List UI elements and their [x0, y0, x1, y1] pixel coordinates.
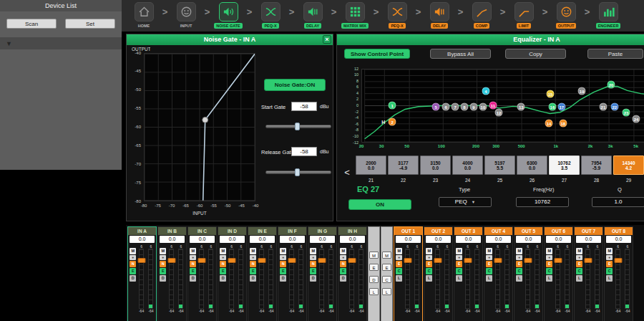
- channel-fader[interactable]: [139, 249, 144, 309]
- master-button-e[interactable]: E: [369, 264, 379, 271]
- channel-button-e[interactable]: E: [576, 261, 582, 267]
- eq-point-1[interactable]: 1: [389, 102, 396, 110]
- scan-button[interactable]: Scan: [6, 19, 57, 29]
- channel-button-c[interactable]: C: [396, 268, 402, 274]
- channel-button-m[interactable]: M: [516, 248, 522, 254]
- start-gate-value[interactable]: -58: [291, 102, 317, 111]
- fader-handle[interactable]: [137, 258, 145, 263]
- channel-button-d[interactable]: D: [220, 275, 226, 282]
- fader-handle[interactable]: [228, 258, 235, 263]
- channel-button-e[interactable]: E: [280, 268, 286, 274]
- eq-point-16[interactable]: 16: [548, 102, 556, 110]
- eq-band-21[interactable]: 20000.021: [356, 155, 386, 183]
- channel-button-e[interactable]: E: [516, 261, 522, 267]
- close-icon[interactable]: ×: [323, 35, 331, 44]
- channel-button-e[interactable]: E: [486, 261, 492, 267]
- channel-button-c[interactable]: C: [576, 268, 582, 274]
- channel-fader[interactable]: [349, 249, 354, 309]
- q-field[interactable]: 1.0: [592, 197, 644, 207]
- fader-handle[interactable]: [524, 258, 532, 263]
- eq-point-7[interactable]: 7: [452, 102, 459, 110]
- channel-button-e[interactable]: E: [220, 268, 226, 274]
- fader-handle[interactable]: [434, 258, 441, 263]
- eq-band-23[interactable]: 31500.023: [420, 155, 451, 183]
- channel-button-m[interactable]: M: [456, 248, 462, 254]
- channel-gain-value[interactable]: 0.0: [456, 236, 481, 243]
- channel-button-e[interactable]: E: [250, 268, 256, 274]
- master-button-m[interactable]: M: [382, 251, 391, 259]
- channel-button-plus[interactable]: +: [160, 255, 166, 260]
- toolbar-item-peq-x[interactable]: PEQ-X: [381, 2, 414, 29]
- master-button-c[interactable]: C: [382, 276, 391, 283]
- fader-handle[interactable]: [464, 258, 472, 263]
- channel-button-n[interactable]: N: [250, 261, 256, 267]
- channel-button-c[interactable]: C: [516, 268, 522, 274]
- channel-gain-value[interactable]: 0.0: [426, 236, 451, 243]
- fader-handle[interactable]: [197, 258, 205, 263]
- channel-button-d[interactable]: D: [280, 275, 286, 282]
- channel-gain-value[interactable]: 0.0: [130, 236, 155, 243]
- toolbar-item-engineer[interactable]: ENGINEER: [592, 2, 625, 29]
- channel-button-plus[interactable]: +: [546, 255, 552, 260]
- channel-gain-value[interactable]: 0.0: [546, 236, 571, 243]
- eq-point-17[interactable]: 17: [557, 102, 565, 110]
- release-gate-value[interactable]: -58: [291, 147, 317, 156]
- fader-handle[interactable]: [167, 258, 175, 263]
- copy-button[interactable]: Copy: [505, 49, 566, 59]
- fader-handle[interactable]: [614, 258, 622, 263]
- release-gate-slider[interactable]: [265, 171, 331, 174]
- eq-band-25[interactable]: 51975.525: [484, 155, 515, 183]
- channel-gain-value[interactable]: 0.0: [340, 236, 365, 243]
- eq-point-18[interactable]: 18: [559, 120, 567, 128]
- toolbar-item-limit[interactable]: LIMIT: [507, 2, 540, 29]
- noise-gate-on-button[interactable]: Noise Gate:ON: [264, 79, 326, 91]
- start-gate-slider[interactable]: [265, 125, 331, 128]
- toolbar-item-input[interactable]: INPUT: [170, 2, 203, 29]
- channel-gain-value[interactable]: 0.0: [250, 236, 275, 243]
- channel-gain-value[interactable]: 0.0: [606, 236, 631, 243]
- fader-handle[interactable]: [318, 258, 326, 263]
- channel-button-c[interactable]: C: [456, 268, 462, 274]
- channel-fader[interactable]: [435, 249, 440, 309]
- channel-button-m[interactable]: M: [190, 248, 196, 254]
- eq-point-12[interactable]: 12: [495, 109, 503, 117]
- eq-on-button[interactable]: ON: [348, 199, 411, 210]
- channel-button-m[interactable]: M: [606, 248, 613, 254]
- toolbar-item-matrix-mix[interactable]: MATRIX MIX: [338, 2, 371, 29]
- master-button-l[interactable]: L: [382, 288, 391, 295]
- channel-button-m[interactable]: M: [280, 248, 286, 254]
- channel-gain-value[interactable]: 0.0: [310, 236, 335, 243]
- eq-point-4[interactable]: 4: [482, 87, 489, 95]
- eq-band-26[interactable]: 63000.026: [517, 155, 547, 183]
- channel-button-plus[interactable]: +: [516, 255, 522, 260]
- channel-button-n[interactable]: N: [160, 261, 166, 267]
- channel-button-plus[interactable]: +: [486, 255, 492, 260]
- eq-band-29[interactable]: 143404.229: [613, 155, 644, 183]
- channel-button-m[interactable]: M: [426, 248, 432, 254]
- toolbar-item-delay[interactable]: DELAY: [296, 2, 329, 29]
- eq-point-9[interactable]: 9: [470, 102, 478, 110]
- eq-point-19[interactable]: 19: [578, 87, 586, 95]
- channel-button-plus[interactable]: +: [220, 255, 226, 260]
- channel-button-c[interactable]: C: [426, 268, 432, 274]
- channel-button-e[interactable]: E: [160, 268, 166, 274]
- channel-gain-value[interactable]: 0.0: [190, 236, 215, 243]
- channel-gain-value[interactable]: 0.0: [396, 236, 421, 243]
- channel-button-m[interactable]: M: [396, 248, 402, 254]
- channel-fader[interactable]: [525, 249, 530, 309]
- channel-button-l[interactable]: L: [456, 275, 462, 282]
- channel-button-e[interactable]: E: [130, 268, 136, 274]
- channel-button-plus[interactable]: +: [606, 255, 613, 260]
- eq-point-6[interactable]: 6: [442, 102, 450, 110]
- channel-button-plus[interactable]: +: [396, 255, 402, 260]
- channel-button-plus[interactable]: +: [130, 255, 136, 260]
- channel-button-m[interactable]: M: [310, 248, 316, 254]
- bypass-all-button[interactable]: Bypass All: [430, 49, 491, 59]
- channel-button-l[interactable]: L: [546, 275, 552, 282]
- channel-button-l[interactable]: L: [486, 275, 492, 282]
- master-button-m[interactable]: M: [369, 251, 379, 259]
- channel-button-c[interactable]: C: [486, 268, 492, 274]
- channel-button-e[interactable]: E: [606, 261, 613, 267]
- chevron-down-icon[interactable]: ▼: [6, 40, 12, 47]
- channel-button-d[interactable]: D: [310, 275, 316, 282]
